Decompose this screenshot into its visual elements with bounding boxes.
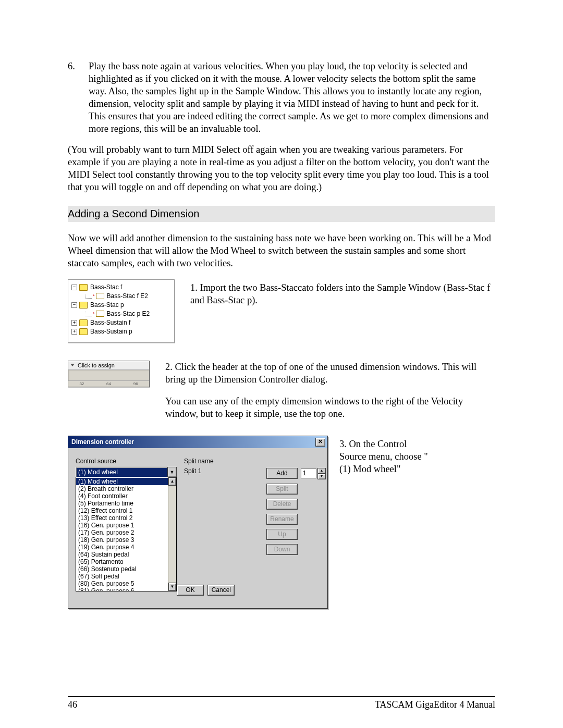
manual-title: TASCAM GigaEditor 4 Manual (375, 699, 495, 710)
folder-icon (79, 302, 88, 309)
option-item[interactable]: (13) Effect control 2 (76, 514, 168, 522)
folder-icon (79, 284, 88, 291)
step-click-a: 2. Click the header at the top of one of… (165, 361, 495, 386)
rename-button[interactable]: Rename (266, 514, 298, 525)
section-heading: Adding a Second Dimension (68, 206, 495, 222)
up-button[interactable]: Up (266, 529, 298, 540)
cancel-button[interactable]: Cancel (207, 585, 235, 596)
tree-label: Bass-Stac f (90, 283, 122, 291)
expand-icon[interactable] (71, 329, 77, 335)
folder-icon (79, 319, 88, 326)
expand-icon[interactable] (71, 320, 77, 326)
option-item[interactable]: (12) Effect control 1 (76, 507, 168, 514)
page-number: 46 (68, 699, 77, 710)
split-button[interactable]: Split (266, 484, 298, 495)
tree-folder[interactable]: Bass-Stac p (71, 301, 171, 310)
tree-label: Bass-Stac f E2 (107, 292, 148, 300)
midi-followup: (You will probably want to turn MIDI Sel… (68, 143, 495, 193)
step-number: 6. (68, 60, 89, 135)
tree-folder[interactable]: Bass-Stac f (71, 283, 171, 292)
split-name-label: Split name (184, 458, 259, 465)
chevron-down-icon[interactable]: ▼ (167, 467, 177, 477)
assign-body (68, 370, 149, 381)
tree-sample[interactable]: *Bass-Stac p E2 (71, 310, 171, 318)
step-modwheel: 3. On the Control Source menu, choose "(… (339, 436, 431, 475)
ok-button[interactable]: OK (177, 585, 204, 596)
footer-divider (68, 696, 495, 697)
waveform-icon (96, 293, 104, 299)
scroll-up-icon[interactable]: ▲ (168, 477, 176, 486)
tree-label: Bass-Sustain p (90, 328, 132, 335)
control-source-dropdown[interactable]: (1) Mod wheel ▼ (76, 467, 177, 477)
control-source-options[interactable]: (1) Mod wheel(2) Breath controller(4) Fo… (76, 477, 177, 591)
assign-header-text: Click to assign (78, 362, 115, 368)
step-click-b: You can use any of the empty dimension w… (165, 395, 495, 420)
split-name-value: Split 1 (184, 467, 259, 475)
option-item[interactable]: (2) Breath controller (76, 485, 168, 492)
sample-tree[interactable]: Bass-Stac f*Bass-Stac f E2Bass-Stac p*Ba… (68, 279, 175, 343)
tree-label: Bass-Sustain f (90, 319, 130, 326)
down-button[interactable]: Down (266, 544, 298, 555)
control-source-value: (1) Mod wheel (76, 467, 167, 477)
dimension-assign-panel[interactable]: Click to assign 32 64 96 (68, 361, 150, 387)
collapse-icon[interactable] (71, 302, 77, 308)
option-item[interactable]: (4) Foot controller (76, 492, 168, 500)
dialog-title: Dimension controller (71, 438, 134, 446)
add-count-input[interactable]: 1 (301, 468, 316, 478)
assign-ruler: 32 64 96 (68, 381, 149, 387)
add-button[interactable]: Add (266, 468, 298, 479)
option-item[interactable]: (5) Portamento time (76, 500, 168, 507)
dropdown-triangle-icon (70, 364, 75, 366)
option-item[interactable]: (17) Gen. purpose 2 (76, 529, 168, 536)
waveform-icon (96, 311, 104, 317)
dimension-controller-dialog: Dimension controller ✕ Control source (1… (68, 436, 328, 609)
option-item[interactable]: (67) Soft pedal (76, 573, 168, 580)
folder-icon (79, 328, 88, 335)
assign-header[interactable]: Click to assign (68, 361, 149, 370)
tree-label: Bass-Stac p E2 (107, 310, 150, 317)
option-item[interactable]: (16) Gen. purpose 1 (76, 522, 168, 529)
collapse-icon[interactable] (71, 285, 77, 290)
tree-folder[interactable]: Bass-Sustain f (71, 318, 171, 327)
scrollbar[interactable]: ▲ ▼ (168, 477, 176, 591)
option-item[interactable]: (66) Sostenuto pedal (76, 565, 168, 573)
spin-down-icon[interactable]: ▼ (317, 474, 326, 479)
close-button[interactable]: ✕ (315, 438, 325, 447)
delete-button[interactable]: Delete (266, 499, 298, 510)
tree-label: Bass-Stac p (90, 301, 124, 309)
option-item[interactable]: (19) Gen. purpose 4 (76, 544, 168, 551)
tree-sample[interactable]: *Bass-Stac f E2 (71, 292, 171, 301)
option-item[interactable]: (1) Mod wheel (76, 478, 168, 485)
option-item[interactable]: (81) Gen. purpose 6 (76, 587, 168, 591)
section-intro: Now we will add another dimension to the… (68, 232, 495, 269)
option-item[interactable]: (64) Sustain pedal (76, 551, 168, 558)
tree-folder[interactable]: Bass-Sustain p (71, 327, 171, 336)
spin-up-icon[interactable]: ▲ (317, 468, 326, 474)
step6-text: Play the bass note again at various velo… (89, 60, 495, 135)
step-import: 1. Import the two Bass-Staccato folders … (190, 279, 495, 306)
control-source-label: Control source (76, 458, 177, 465)
option-item[interactable]: (65) Portamento (76, 558, 168, 565)
option-item[interactable]: (80) Gen. purpose 5 (76, 580, 168, 587)
option-item[interactable]: (18) Gen. purpose 3 (76, 536, 168, 544)
